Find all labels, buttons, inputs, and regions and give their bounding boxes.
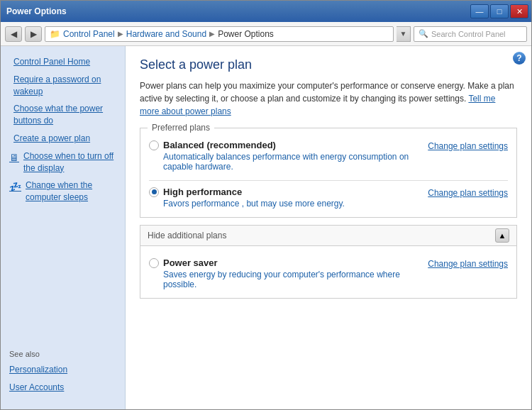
plan-desc-high-performance: Favors performance , but may use more en… [163,199,345,209]
hide-additional-plans-header: Hide additional plans ▲ [140,225,517,246]
plan-item-high-performance: High performance Favors performance , bu… [149,187,508,209]
collapse-additional-plans-button[interactable]: ▲ [495,228,509,243]
breadcrumb-control-panel[interactable]: Control Panel [63,29,115,39]
plan-name-row-power-saver: Power saver [149,257,428,268]
sidebar: Control Panel Home Require a password on… [1,46,126,409]
search-placeholder-text: Search Control Panel [431,30,506,38]
plan-desc-balanced: Automatically balances performance with … [163,152,428,172]
radio-power-saver[interactable] [149,258,159,268]
plan-item-power-saver: Power saver Saves energy by reducing you… [149,257,508,289]
plan-name-balanced: Balanced (recommended) [163,140,276,150]
plan-left-power-saver: Power saver Saves energy by reducing you… [149,257,428,289]
main-content-area: Control Panel Home Require a password on… [1,46,531,409]
back-button[interactable]: ◀ [5,26,22,42]
description-text: Power plans can help you maximize your c… [140,79,517,118]
forward-button[interactable]: ▶ [25,26,42,42]
breadcrumb-folder-icon: 📁 [50,29,60,39]
page-title: Select a power plan [140,57,517,72]
plan-desc-highlight-high-performance: performance [192,199,239,209]
plan-left-balanced: Balanced (recommended) Automatically bal… [149,140,428,172]
change-plan-power-saver[interactable]: Change plan settings [428,257,508,269]
change-plan-high-performance[interactable]: Change plan settings [428,187,508,198]
breadcrumb-dropdown-button[interactable]: ▼ [397,26,411,42]
plan-desc-highlight-balanced: energy consumption [320,152,397,162]
sidebar-item-user-accounts[interactable]: User Accounts [1,379,125,397]
main-window: Power Options — □ ✕ ◀ ▶ 📁 Control Panel … [0,0,532,410]
breadcrumb-sep-2: ▶ [209,30,215,38]
plan-name-row-balanced: Balanced (recommended) [149,140,428,150]
plan-name-row-high-performance: High performance [149,187,345,197]
change-plan-balanced[interactable]: Change plan settings [428,140,508,151]
plan-item-balanced: Balanced (recommended) Automatically bal… [149,140,508,172]
address-bar: ◀ ▶ 📁 Control Panel ▶ Hardware and Sound… [1,22,531,46]
search-box[interactable]: 🔍 Search Control Panel [414,26,527,42]
sidebar-item-turn-off-display[interactable]: 🖥 Choose when to turn off the display [1,148,125,177]
title-bar: Power Options — □ ✕ [1,1,531,22]
breadcrumb-hardware[interactable]: Hardware and Sound [126,29,206,39]
sidebar-item-create-plan[interactable]: Create a power plan [1,130,125,148]
plan-name-high-performance: High performance [163,187,242,197]
sidebar-item-power-buttons[interactable]: Choose what the power buttons do [1,100,125,130]
sleep-icon: 💤 [9,180,21,194]
display-icon: 🖥 [9,151,19,165]
plan-name-power-saver: Power saver [163,257,218,268]
search-icon: 🔍 [419,29,428,38]
hide-section-title-text: Hide additional plans [148,231,226,240]
sidebar-item-computer-sleeps[interactable]: 💤 Change when the computer sleeps [1,177,125,206]
content-panel: ? Select a power plan Power plans can he… [126,46,531,409]
divider-1 [149,180,508,181]
preferred-plans-title: Preferred plans [148,123,214,133]
sidebar-item-personalization[interactable]: Personalization [1,361,125,379]
breadcrumb-sep-1: ▶ [118,30,123,38]
plan-left-high-performance: High performance Favors performance , bu… [149,187,345,209]
window-controls: — □ ✕ [470,4,528,18]
sidebar-bottom: See also Personalization User Accounts [1,338,125,402]
sidebar-item-control-panel-home[interactable]: Control Panel Home [1,53,125,71]
plan-desc-power-saver: Saves energy by reducing your computer's… [163,270,428,289]
breadcrumb-current: Power Options [218,29,274,39]
minimize-button[interactable]: — [470,4,489,18]
maximize-button[interactable]: □ [490,4,509,18]
plan-desc-highlight-power-saver: reducing your computer's performance [229,270,375,279]
additional-plans-section: Power saver Saves energy by reducing you… [140,246,517,299]
preferred-plans-body: Balanced (recommended) Automatically bal… [140,128,516,217]
close-button[interactable]: ✕ [510,4,528,18]
preferred-plans-section: Preferred plans Balanced (recommended) A… [140,128,517,218]
radio-high-performance[interactable] [149,187,159,197]
window-title: Power Options [4,6,67,16]
breadcrumb-bar[interactable]: 📁 Control Panel ▶ Hardware and Sound ▶ P… [45,26,394,42]
additional-plans-body: Power saver Saves energy by reducing you… [140,246,516,298]
radio-balanced[interactable] [149,140,159,150]
see-also-label: See also [1,338,125,361]
help-icon[interactable]: ? [513,52,526,65]
sidebar-item-require-password[interactable]: Require a password on wakeup [1,71,125,101]
